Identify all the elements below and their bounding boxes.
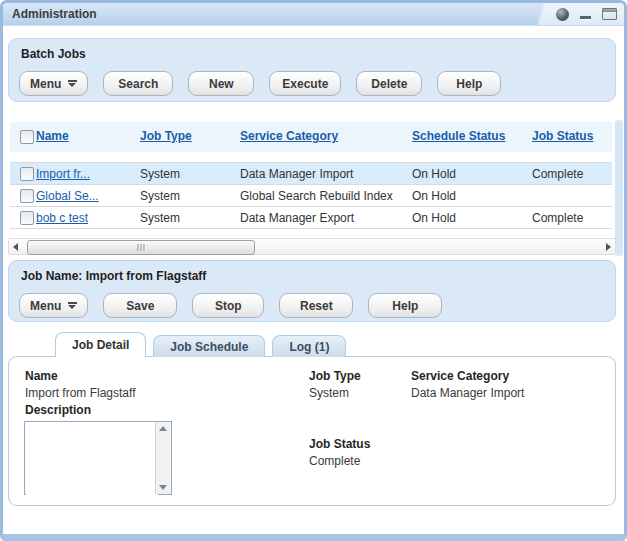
- table-row[interactable]: Global Se... System Global Search Rebuil…: [10, 185, 612, 207]
- scroll-up-arrow-icon[interactable]: [159, 426, 167, 431]
- horizontal-scrollbar[interactable]: [8, 238, 616, 255]
- scroll-down-arrow-icon[interactable]: [159, 485, 167, 490]
- cell-job-status: Complete: [532, 211, 583, 225]
- job-name-link[interactable]: Import fr...: [36, 167, 90, 181]
- reset-button[interactable]: Reset: [279, 293, 353, 318]
- search-button[interactable]: Search: [103, 71, 173, 96]
- cell-schedule-status: On Hold: [412, 211, 456, 225]
- window-title: Administration: [12, 7, 97, 21]
- delete-button[interactable]: Delete: [356, 71, 422, 96]
- name-label: Name: [25, 369, 58, 383]
- description-label: Description: [25, 403, 91, 417]
- job-name-link[interactable]: Global Se...: [36, 189, 99, 203]
- cell-job-type: System: [140, 211, 180, 225]
- job-status-value: Complete: [309, 454, 360, 468]
- cell-schedule-status: On Hold: [412, 189, 456, 203]
- column-header-service-category[interactable]: Service Category: [240, 129, 338, 143]
- administration-window: Administration Batch Jobs Menu Search Ne…: [0, 0, 627, 541]
- execute-button[interactable]: Execute: [269, 71, 341, 96]
- scrollbar-grip-icon: [138, 244, 145, 251]
- column-header-job-status[interactable]: Job Status: [532, 129, 593, 143]
- service-category-value: Data Manager Import: [411, 386, 524, 400]
- batch-menu-button[interactable]: Menu: [19, 71, 88, 96]
- menu-caret-icon: [68, 80, 77, 87]
- scroll-right-arrow-icon[interactable]: [606, 243, 611, 251]
- service-category-label: Service Category: [411, 369, 509, 383]
- window-controls: [556, 7, 617, 21]
- cell-service-category: Global Search Rebuild Index: [240, 189, 393, 203]
- cell-service-category: Data Manager Export: [240, 211, 354, 225]
- save-button[interactable]: Save: [103, 293, 177, 318]
- name-value: Import from Flagstaff: [25, 386, 135, 400]
- column-header-name[interactable]: Name: [36, 129, 69, 143]
- tab-job-detail[interactable]: Job Detail: [55, 332, 146, 357]
- cell-job-status: Complete: [532, 167, 583, 181]
- grid-right-gutter: [615, 120, 623, 256]
- new-button[interactable]: New: [188, 71, 254, 96]
- refresh-icon[interactable]: [556, 8, 569, 21]
- help-button-job[interactable]: Help: [368, 293, 442, 318]
- batch-jobs-title: Batch Jobs: [21, 47, 86, 61]
- job-panel-title: Job Name: Import from Flagstaff: [21, 269, 206, 283]
- cell-schedule-status: On Hold: [412, 167, 456, 181]
- job-name-link[interactable]: bob c test: [36, 211, 88, 225]
- description-field-wrapper: [24, 421, 172, 495]
- tab-bar: Job Detail Job Schedule Log (1): [55, 332, 346, 357]
- description-field[interactable]: [26, 423, 158, 495]
- row-checkbox[interactable]: [20, 167, 34, 181]
- titlebar: Administration: [3, 3, 624, 26]
- cell-service-category: Data Manager Import: [240, 167, 353, 181]
- column-header-schedule-status[interactable]: Schedule Status: [412, 129, 505, 143]
- job-detail-panel: Name Import from Flagstaff Description J…: [8, 356, 616, 506]
- job-type-value: System: [309, 386, 349, 400]
- grid-header: Name Job Type Service Category Schedule …: [10, 122, 612, 152]
- job-menu-label: Menu: [30, 299, 61, 313]
- cell-job-type: System: [140, 167, 180, 181]
- job-panel: Job Name: Import from Flagstaff Menu Sav…: [8, 260, 616, 322]
- table-row[interactable]: bob c test System Data Manager Export On…: [10, 207, 612, 229]
- maximize-icon[interactable]: [602, 8, 617, 20]
- column-header-job-type[interactable]: Job Type: [140, 129, 192, 143]
- job-status-label: Job Status: [309, 437, 370, 451]
- minimize-icon[interactable]: [580, 16, 591, 19]
- row-checkbox[interactable]: [20, 189, 34, 203]
- select-all-checkbox[interactable]: [20, 130, 34, 144]
- scrollbar-thumb[interactable]: [27, 240, 255, 255]
- menu-caret-icon: [68, 302, 77, 309]
- job-panel-toolbar: Menu Save Stop Reset Help: [19, 293, 442, 318]
- stop-button[interactable]: Stop: [192, 293, 264, 318]
- vertical-scrollbar[interactable]: [155, 422, 171, 494]
- batch-jobs-toolbar: Menu Search New Execute Delete Help: [19, 71, 501, 96]
- row-checkbox[interactable]: [20, 211, 34, 225]
- help-button-batch[interactable]: Help: [437, 71, 501, 96]
- tab-log[interactable]: Log (1): [272, 335, 346, 357]
- scroll-left-arrow-icon[interactable]: [13, 243, 18, 251]
- batch-menu-label: Menu: [30, 77, 61, 91]
- grid-body: Import fr... System Data Manager Import …: [10, 162, 612, 229]
- table-row[interactable]: Import fr... System Data Manager Import …: [10, 163, 612, 185]
- tab-job-schedule[interactable]: Job Schedule: [153, 335, 265, 357]
- job-type-label: Job Type: [309, 369, 361, 383]
- job-menu-button[interactable]: Menu: [19, 293, 88, 318]
- cell-job-type: System: [140, 189, 180, 203]
- batch-jobs-panel: Batch Jobs Menu Search New Execute Delet…: [8, 38, 616, 102]
